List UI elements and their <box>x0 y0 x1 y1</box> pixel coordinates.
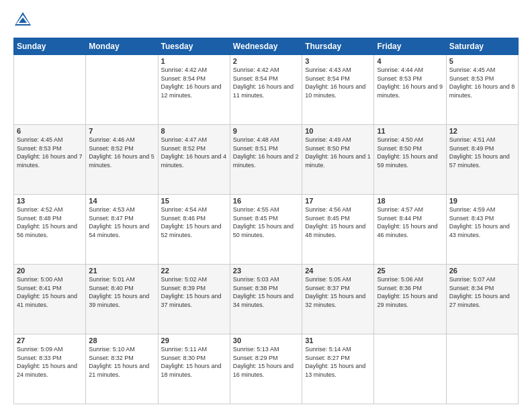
calendar-cell: 26Sunrise: 5:07 AM Sunset: 8:34 PM Dayli… <box>446 265 518 334</box>
calendar-cell: 8Sunrise: 4:47 AM Sunset: 8:52 PM Daylig… <box>158 125 230 195</box>
day-number: 20 <box>17 267 83 275</box>
day-number: 12 <box>449 127 515 135</box>
day-header-saturday: Saturday <box>446 38 518 55</box>
calendar-cell <box>86 55 158 125</box>
calendar-cell: 14Sunrise: 4:53 AM Sunset: 8:47 PM Dayli… <box>86 195 158 265</box>
calendar-cell: 20Sunrise: 5:00 AM Sunset: 8:41 PM Dayli… <box>14 265 86 334</box>
calendar-cell: 22Sunrise: 5:02 AM Sunset: 8:39 PM Dayli… <box>158 265 230 334</box>
day-number: 17 <box>305 197 371 205</box>
calendar-week-row: 27Sunrise: 5:09 AM Sunset: 8:33 PM Dayli… <box>14 334 519 404</box>
calendar-cell: 16Sunrise: 4:55 AM Sunset: 8:45 PM Dayli… <box>230 195 302 265</box>
calendar-cell: 30Sunrise: 5:13 AM Sunset: 8:29 PM Dayli… <box>230 334 302 404</box>
day-header-monday: Monday <box>86 38 158 55</box>
day-info: Sunrise: 5:06 AM Sunset: 8:36 PM Dayligh… <box>377 275 443 309</box>
day-info: Sunrise: 4:42 AM Sunset: 8:54 PM Dayligh… <box>233 66 299 99</box>
day-info: Sunrise: 4:43 AM Sunset: 8:54 PM Dayligh… <box>305 66 371 99</box>
calendar-cell: 10Sunrise: 4:49 AM Sunset: 8:50 PM Dayli… <box>302 125 374 195</box>
day-number: 10 <box>305 127 371 135</box>
day-info: Sunrise: 4:45 AM Sunset: 8:53 PM Dayligh… <box>449 66 515 99</box>
day-number: 7 <box>89 127 154 135</box>
calendar-cell: 21Sunrise: 5:01 AM Sunset: 8:40 PM Dayli… <box>86 265 158 334</box>
calendar-cell: 17Sunrise: 4:56 AM Sunset: 8:45 PM Dayli… <box>302 195 374 265</box>
calendar-week-row: 13Sunrise: 4:52 AM Sunset: 8:48 PM Dayli… <box>14 195 519 265</box>
calendar-cell: 25Sunrise: 5:06 AM Sunset: 8:36 PM Dayli… <box>374 265 446 334</box>
day-info: Sunrise: 5:11 AM Sunset: 8:30 PM Dayligh… <box>161 345 227 379</box>
day-number: 5 <box>449 57 515 65</box>
day-header-wednesday: Wednesday <box>230 38 302 55</box>
day-number: 4 <box>377 57 443 65</box>
logo <box>13 12 34 31</box>
day-info: Sunrise: 5:00 AM Sunset: 8:41 PM Dayligh… <box>17 275 83 309</box>
day-number: 6 <box>17 127 83 135</box>
calendar-cell: 1Sunrise: 4:42 AM Sunset: 8:54 PM Daylig… <box>158 55 230 125</box>
day-number: 18 <box>377 197 443 205</box>
day-info: Sunrise: 5:05 AM Sunset: 8:37 PM Dayligh… <box>305 275 371 309</box>
day-number: 26 <box>449 267 515 275</box>
day-info: Sunrise: 5:09 AM Sunset: 8:33 PM Dayligh… <box>17 345 83 379</box>
calendar-cell: 27Sunrise: 5:09 AM Sunset: 8:33 PM Dayli… <box>14 334 86 404</box>
day-info: Sunrise: 4:54 AM Sunset: 8:46 PM Dayligh… <box>161 205 227 239</box>
day-number: 23 <box>233 267 299 275</box>
day-number: 31 <box>305 336 371 345</box>
calendar-cell: 31Sunrise: 5:14 AM Sunset: 8:27 PM Dayli… <box>302 334 374 404</box>
calendar-header-row: SundayMondayTuesdayWednesdayThursdayFrid… <box>14 38 519 55</box>
day-info: Sunrise: 5:01 AM Sunset: 8:40 PM Dayligh… <box>89 275 154 309</box>
calendar-cell <box>14 55 86 125</box>
day-info: Sunrise: 5:02 AM Sunset: 8:39 PM Dayligh… <box>161 275 227 309</box>
calendar-cell: 4Sunrise: 4:44 AM Sunset: 8:53 PM Daylig… <box>374 55 446 125</box>
day-info: Sunrise: 4:44 AM Sunset: 8:53 PM Dayligh… <box>377 66 443 99</box>
day-number: 28 <box>89 336 154 345</box>
calendar-cell: 13Sunrise: 4:52 AM Sunset: 8:48 PM Dayli… <box>14 195 86 265</box>
day-header-sunday: Sunday <box>14 38 86 55</box>
page: SundayMondayTuesdayWednesdayThursdayFrid… <box>0 0 532 411</box>
calendar-cell: 2Sunrise: 4:42 AM Sunset: 8:54 PM Daylig… <box>230 55 302 125</box>
calendar-cell: 23Sunrise: 5:03 AM Sunset: 8:38 PM Dayli… <box>230 265 302 334</box>
day-info: Sunrise: 4:47 AM Sunset: 8:52 PM Dayligh… <box>161 136 227 169</box>
day-number: 19 <box>449 197 515 205</box>
calendar-cell: 29Sunrise: 5:11 AM Sunset: 8:30 PM Dayli… <box>158 334 230 404</box>
calendar-cell <box>446 334 518 404</box>
day-info: Sunrise: 4:53 AM Sunset: 8:47 PM Dayligh… <box>89 205 154 239</box>
calendar-cell: 19Sunrise: 4:59 AM Sunset: 8:43 PM Dayli… <box>446 195 518 265</box>
day-number: 11 <box>377 127 443 135</box>
day-header-friday: Friday <box>374 38 446 55</box>
calendar-cell: 28Sunrise: 5:10 AM Sunset: 8:32 PM Dayli… <box>86 334 158 404</box>
calendar-cell: 5Sunrise: 4:45 AM Sunset: 8:53 PM Daylig… <box>446 55 518 125</box>
day-info: Sunrise: 4:59 AM Sunset: 8:43 PM Dayligh… <box>449 205 515 239</box>
day-header-thursday: Thursday <box>302 38 374 55</box>
calendar-table: SundayMondayTuesdayWednesdayThursdayFrid… <box>13 38 519 404</box>
day-info: Sunrise: 4:52 AM Sunset: 8:48 PM Dayligh… <box>17 205 83 239</box>
day-number: 2 <box>233 57 299 65</box>
day-number: 13 <box>17 197 83 205</box>
day-info: Sunrise: 4:56 AM Sunset: 8:45 PM Dayligh… <box>305 205 371 239</box>
day-number: 15 <box>161 197 227 205</box>
calendar-cell <box>374 334 446 404</box>
calendar-cell: 24Sunrise: 5:05 AM Sunset: 8:37 PM Dayli… <box>302 265 374 334</box>
day-info: Sunrise: 4:55 AM Sunset: 8:45 PM Dayligh… <box>233 205 299 239</box>
day-number: 9 <box>233 127 299 135</box>
day-number: 1 <box>161 57 227 65</box>
calendar-cell: 15Sunrise: 4:54 AM Sunset: 8:46 PM Dayli… <box>158 195 230 265</box>
day-number: 16 <box>233 197 299 205</box>
calendar-cell: 7Sunrise: 4:46 AM Sunset: 8:52 PM Daylig… <box>86 125 158 195</box>
calendar-cell: 11Sunrise: 4:50 AM Sunset: 8:50 PM Dayli… <box>374 125 446 195</box>
day-number: 21 <box>89 267 154 275</box>
day-info: Sunrise: 5:07 AM Sunset: 8:34 PM Dayligh… <box>449 275 515 309</box>
day-number: 3 <box>305 57 371 65</box>
calendar-cell: 3Sunrise: 4:43 AM Sunset: 8:54 PM Daylig… <box>302 55 374 125</box>
calendar-week-row: 1Sunrise: 4:42 AM Sunset: 8:54 PM Daylig… <box>14 55 519 125</box>
day-number: 25 <box>377 267 443 275</box>
day-number: 24 <box>305 267 371 275</box>
calendar-cell: 18Sunrise: 4:57 AM Sunset: 8:44 PM Dayli… <box>374 195 446 265</box>
calendar-week-row: 20Sunrise: 5:00 AM Sunset: 8:41 PM Dayli… <box>14 265 519 334</box>
day-number: 30 <box>233 336 299 345</box>
day-info: Sunrise: 4:50 AM Sunset: 8:50 PM Dayligh… <box>377 136 443 169</box>
day-info: Sunrise: 5:14 AM Sunset: 8:27 PM Dayligh… <box>305 345 371 379</box>
header <box>13 12 519 31</box>
day-info: Sunrise: 4:45 AM Sunset: 8:53 PM Dayligh… <box>17 136 83 169</box>
day-info: Sunrise: 5:10 AM Sunset: 8:32 PM Dayligh… <box>89 345 154 379</box>
day-header-tuesday: Tuesday <box>158 38 230 55</box>
day-number: 27 <box>17 336 83 345</box>
day-info: Sunrise: 4:42 AM Sunset: 8:54 PM Dayligh… <box>161 66 227 99</box>
day-info: Sunrise: 5:03 AM Sunset: 8:38 PM Dayligh… <box>233 275 299 309</box>
